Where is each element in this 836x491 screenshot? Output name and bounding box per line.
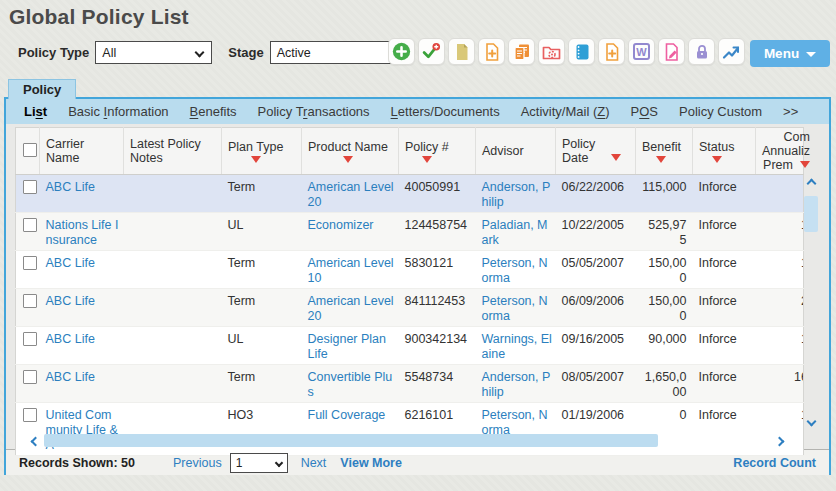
carrier-link[interactable]: ABC Life bbox=[46, 256, 95, 270]
chevron-left-icon bbox=[30, 436, 40, 446]
table-row[interactable]: ABC LifeTermAmerican Level 105830121Pete… bbox=[16, 251, 804, 289]
chart-button[interactable] bbox=[718, 38, 745, 65]
advisor-link[interactable]: Warnings, Elaine bbox=[482, 332, 552, 361]
filter-icon[interactable] bbox=[712, 156, 722, 163]
notebook-button[interactable] bbox=[568, 38, 595, 65]
subtab-list[interactable]: List bbox=[24, 104, 47, 119]
filter-icon[interactable] bbox=[343, 156, 353, 163]
column-header-status[interactable]: Status bbox=[693, 128, 756, 175]
subtab-pos[interactable]: POS bbox=[631, 104, 658, 119]
table-row[interactable]: ABC LifeULDesigner Plan Life900342134War… bbox=[16, 327, 804, 365]
subtab-policy-custom[interactable]: Policy Custom bbox=[679, 104, 762, 119]
column-header-notes[interactable]: Latest Policy Notes bbox=[124, 128, 222, 175]
row-checkbox[interactable] bbox=[23, 294, 37, 308]
copy-documents-button[interactable] bbox=[508, 38, 535, 65]
subtab-letters-documents[interactable]: Letters/Documents bbox=[391, 104, 500, 119]
page-number-select[interactable]: 1 bbox=[230, 453, 288, 473]
policy-table: Carrier NameLatest Policy NotesPlan Type… bbox=[15, 127, 804, 456]
add-document-button[interactable] bbox=[478, 38, 505, 65]
carrier-link[interactable]: ABC Life bbox=[46, 332, 95, 346]
row-checkbox[interactable] bbox=[23, 218, 37, 232]
select-all-checkbox[interactable] bbox=[23, 143, 37, 157]
vertical-scroll-thumb[interactable] bbox=[804, 196, 818, 232]
subtab-policy-transactions[interactable]: Policy Transactions bbox=[258, 104, 370, 119]
next-page-link[interactable]: Next bbox=[301, 456, 327, 470]
product-link[interactable]: Economizer bbox=[308, 218, 374, 232]
tab-policy[interactable]: Policy bbox=[8, 79, 76, 99]
column-header-plan[interactable]: Plan Type bbox=[222, 128, 302, 175]
folder-settings-button[interactable] bbox=[538, 38, 565, 65]
date-cell: 09/16/2005 bbox=[556, 327, 636, 365]
add-record-button[interactable] bbox=[388, 38, 415, 65]
product-link[interactable]: American Level 20 bbox=[308, 180, 394, 209]
product-cell: American Level 20 bbox=[302, 175, 399, 213]
note-button[interactable] bbox=[448, 38, 475, 65]
product-link[interactable]: American Level 20 bbox=[308, 294, 394, 323]
scroll-down-button[interactable] bbox=[804, 414, 818, 428]
add-file-icon bbox=[603, 43, 621, 61]
scroll-left-button[interactable] bbox=[28, 434, 42, 448]
column-header-date[interactable]: Policy Date bbox=[556, 128, 636, 175]
vertical-scrollbar[interactable] bbox=[803, 176, 819, 428]
stage-label: Stage bbox=[228, 45, 263, 60]
filter-icon[interactable] bbox=[251, 156, 261, 163]
column-header-advisor[interactable]: Advisor bbox=[476, 128, 556, 175]
row-checkbox[interactable] bbox=[23, 370, 37, 384]
advisor-cell: Peterson, Norma bbox=[476, 289, 556, 327]
carrier-link[interactable]: Nations Life Insurance bbox=[46, 218, 119, 247]
filter-icon[interactable] bbox=[422, 156, 432, 163]
menu-button[interactable]: Menu bbox=[750, 40, 830, 67]
carrier-link[interactable]: ABC Life bbox=[46, 370, 95, 384]
filter-icon[interactable] bbox=[800, 161, 810, 168]
product-link[interactable]: Full Coverage bbox=[308, 408, 386, 422]
horizontal-scrollbar[interactable] bbox=[6, 431, 829, 449]
column-header-carrier[interactable]: Carrier Name bbox=[40, 128, 124, 175]
filter-icon[interactable] bbox=[656, 156, 666, 163]
stage-select[interactable]: Active bbox=[270, 41, 406, 64]
previous-page-link[interactable]: Previous bbox=[173, 456, 222, 470]
record-count-link[interactable]: Record Count bbox=[733, 456, 816, 470]
advisor-link[interactable]: Paladian, Mark bbox=[482, 218, 548, 247]
approve-add-button[interactable] bbox=[418, 38, 445, 65]
date-cell: 08/05/2007 bbox=[556, 365, 636, 403]
advisor-link[interactable]: Peterson, Norma bbox=[482, 256, 548, 285]
advisor-link[interactable]: Anderson, Philip bbox=[482, 370, 551, 399]
subtab-[interactable]: >> bbox=[783, 104, 798, 119]
row-checkbox[interactable] bbox=[23, 256, 37, 270]
lock-button[interactable] bbox=[688, 38, 715, 65]
view-more-link[interactable]: View More bbox=[340, 456, 402, 470]
column-label: Latest Policy Notes bbox=[130, 137, 217, 165]
row-checkbox[interactable] bbox=[23, 180, 37, 194]
carrier-link[interactable]: ABC Life bbox=[46, 180, 95, 194]
column-header-prem[interactable]: ComAnnualizPrem bbox=[756, 128, 804, 175]
subtab-basic-information[interactable]: Basic Information bbox=[68, 104, 168, 119]
table-row[interactable]: ABC LifeTermAmerican Level 2040050991And… bbox=[16, 175, 804, 213]
table-row[interactable]: Nations Life InsuranceULEconomizer124458… bbox=[16, 213, 804, 251]
row-checkbox[interactable] bbox=[23, 408, 37, 422]
advisor-link[interactable]: Anderson, Philip bbox=[482, 180, 551, 209]
horizontal-scroll-thumb[interactable] bbox=[44, 434, 658, 447]
row-checkbox[interactable] bbox=[23, 332, 37, 346]
scroll-right-button[interactable] bbox=[772, 434, 786, 448]
word-button[interactable]: W bbox=[628, 38, 655, 65]
filter-icon[interactable] bbox=[611, 154, 621, 161]
carrier-link[interactable]: ABC Life bbox=[46, 294, 95, 308]
subtab-benefits[interactable]: Benefits bbox=[190, 104, 237, 119]
column-header-benefit[interactable]: Benefit bbox=[636, 128, 693, 175]
edit-document-button[interactable] bbox=[658, 38, 685, 65]
table-row[interactable]: ABC LifeTermConvertible Plus5548734Ander… bbox=[16, 365, 804, 403]
table-row[interactable]: ABC LifeTermAmerican Level 20841112453Pe… bbox=[16, 289, 804, 327]
policy-type-select[interactable]: All bbox=[95, 41, 212, 64]
select-all-header bbox=[16, 128, 40, 175]
benefit-cell: 1,650,000 bbox=[636, 365, 693, 403]
product-link[interactable]: American Level 10 bbox=[308, 256, 394, 285]
column-header-product[interactable]: Product Name bbox=[302, 128, 399, 175]
product-link[interactable]: Convertible Plus bbox=[308, 370, 393, 399]
column-label: Benefit bbox=[642, 140, 681, 154]
scroll-up-button[interactable] bbox=[804, 176, 818, 190]
subtab-activity-mail-z[interactable]: Activity/Mail (Z) bbox=[521, 104, 610, 119]
column-header-policy_no[interactable]: Policy # bbox=[399, 128, 476, 175]
add-file-button[interactable] bbox=[598, 38, 625, 65]
advisor-link[interactable]: Peterson, Norma bbox=[482, 294, 548, 323]
product-link[interactable]: Designer Plan Life bbox=[308, 332, 387, 361]
